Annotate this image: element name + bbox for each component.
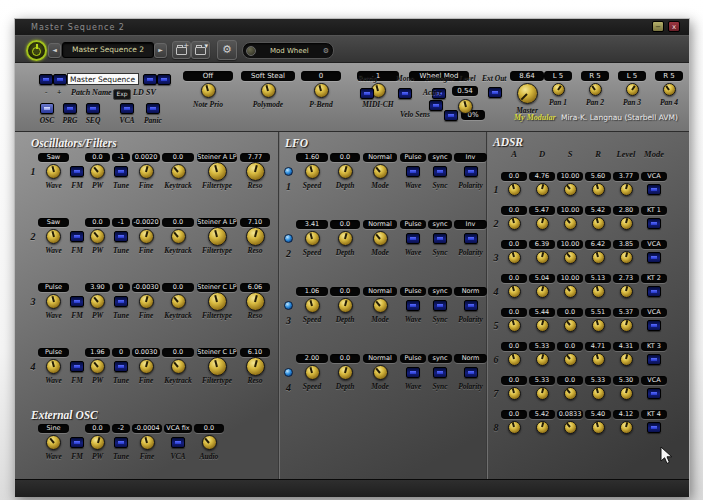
lfo-speed-knob[interactable] — [305, 365, 320, 380]
adsr-decay-knob[interactable] — [536, 251, 549, 264]
adsr-attack-knob[interactable] — [508, 285, 521, 298]
adsr-decay-knob[interactable] — [536, 421, 549, 434]
pan1-knob[interactable] — [552, 83, 565, 96]
osc-reso-knob[interactable] — [246, 292, 265, 311]
active-button[interactable] — [429, 100, 443, 111]
adsr-attack-knob[interactable] — [508, 387, 521, 400]
power-button[interactable] — [26, 40, 47, 61]
lfo-wave-button[interactable] — [406, 300, 420, 311]
osc-pw-knob[interactable] — [90, 164, 105, 179]
settings-button[interactable]: ⚙ — [217, 40, 237, 60]
adsr-sustain-knob[interactable] — [564, 217, 577, 230]
adsr-attack-knob[interactable] — [508, 217, 521, 230]
ext-fine-knob[interactable] — [140, 435, 155, 450]
lfo-wave-button[interactable] — [406, 166, 420, 177]
lfo-mode-knob[interactable] — [373, 164, 388, 179]
adsr-attack-knob[interactable] — [508, 183, 521, 196]
adsr-level-knob[interactable] — [620, 319, 633, 332]
osc-tune-button[interactable] — [114, 361, 128, 372]
lfo-depth-knob[interactable] — [338, 164, 353, 179]
osc-pw-knob[interactable] — [90, 294, 105, 309]
lfo-speed-knob[interactable] — [305, 164, 320, 179]
adsr-mode-button[interactable] — [647, 388, 661, 399]
lfo-sync-button[interactable] — [433, 233, 447, 244]
velo-sens-button[interactable] — [444, 110, 458, 121]
osc-filtertype-knob[interactable] — [208, 227, 227, 246]
adsr-sustain-knob[interactable] — [564, 319, 577, 332]
mono-button[interactable] — [398, 88, 412, 99]
adsr-sustain-knob[interactable] — [564, 183, 577, 196]
adsr-level-knob[interactable] — [620, 421, 633, 434]
adsr-release-knob[interactable] — [592, 217, 605, 230]
exp-button[interactable]: Exp — [113, 89, 131, 100]
adsr-mode-button[interactable] — [647, 286, 661, 297]
osc-tune-button[interactable] — [114, 296, 128, 307]
ext-audio-knob[interactable] — [202, 435, 217, 450]
save-patch-button[interactable]: ▾ — [191, 41, 210, 59]
osc-keytrack-knob[interactable] — [171, 359, 186, 374]
ext-out-button[interactable] — [488, 87, 502, 98]
osc-pw-knob[interactable] — [90, 229, 105, 244]
prev-patch-button[interactable]: ◄ — [48, 43, 61, 58]
adsr-release-knob[interactable] — [592, 319, 605, 332]
osc-pw-knob[interactable] — [90, 359, 105, 374]
osc-wave-knob[interactable] — [46, 294, 61, 309]
next-patch-button[interactable]: ► — [154, 43, 167, 58]
pan2-knob[interactable] — [589, 83, 602, 96]
lfo-sync-button[interactable] — [433, 367, 447, 378]
lfo-wave-button[interactable] — [406, 233, 420, 244]
lfo-speed-knob[interactable] — [305, 298, 320, 313]
lfo-polarity-button[interactable] — [464, 367, 478, 378]
lfo-polarity-button[interactable] — [464, 166, 478, 177]
adsr-sustain-knob[interactable] — [564, 353, 577, 366]
adsr-decay-knob[interactable] — [536, 285, 549, 298]
osc-fine-knob[interactable] — [139, 359, 154, 374]
adsr-release-knob[interactable] — [592, 285, 605, 298]
adsr-level-knob[interactable] — [620, 251, 633, 264]
adsr-level-knob[interactable] — [620, 217, 633, 230]
osc-reso-knob[interactable] — [246, 227, 265, 246]
osc-keytrack-knob[interactable] — [171, 229, 186, 244]
adsr-release-knob[interactable] — [592, 353, 605, 366]
lfo-mode-knob[interactable] — [373, 231, 388, 246]
osc-reso-knob[interactable] — [246, 357, 265, 376]
note-prio-knob[interactable] — [201, 83, 216, 98]
ext-pw-knob[interactable] — [90, 435, 105, 450]
vca-mode-button[interactable] — [120, 103, 134, 114]
osc-mode-button[interactable] — [40, 103, 54, 114]
osc-filtertype-knob[interactable] — [208, 357, 227, 376]
osc-fm-button[interactable] — [70, 231, 84, 242]
lfo-polarity-button[interactable] — [464, 300, 478, 311]
osc-fm-button[interactable] — [70, 361, 84, 372]
osc-fm-button[interactable] — [70, 166, 84, 177]
ext-vca-button[interactable] — [171, 437, 185, 448]
new-patch-button[interactable]: + — [172, 41, 191, 59]
osc-fine-knob[interactable] — [139, 229, 154, 244]
retrig-button[interactable] — [360, 88, 374, 99]
pbend-knob[interactable] — [314, 83, 329, 98]
osc-reso-knob[interactable] — [246, 162, 265, 181]
adsr-level-knob[interactable] — [620, 353, 633, 366]
adsr-mode-button[interactable] — [647, 422, 661, 433]
osc-wave-knob[interactable] — [46, 229, 61, 244]
adsr-level-knob[interactable] — [620, 183, 633, 196]
patch-prev-button[interactable] — [39, 74, 53, 85]
adsr-decay-knob[interactable] — [536, 319, 549, 332]
osc-wave-knob[interactable] — [46, 164, 61, 179]
adsr-attack-knob[interactable] — [508, 421, 521, 434]
patch-load-button[interactable] — [143, 74, 157, 85]
analogue-level-knob[interactable] — [458, 99, 473, 114]
lfo-mode-knob[interactable] — [373, 298, 388, 313]
minimize-button[interactable]: − — [652, 21, 664, 32]
lfo-mode-knob[interactable] — [373, 365, 388, 380]
adsr-release-knob[interactable] — [592, 183, 605, 196]
lfo-polarity-button[interactable] — [464, 233, 478, 244]
pan4-knob[interactable] — [663, 83, 676, 96]
osc-tune-button[interactable] — [114, 231, 128, 242]
osc-fine-knob[interactable] — [139, 294, 154, 309]
prg-mode-button[interactable] — [63, 103, 77, 114]
adsr-attack-knob[interactable] — [508, 319, 521, 332]
adsr-sustain-knob[interactable] — [564, 251, 577, 264]
adsr-mode-button[interactable] — [647, 218, 661, 229]
adsr-mode-button[interactable] — [647, 320, 661, 331]
